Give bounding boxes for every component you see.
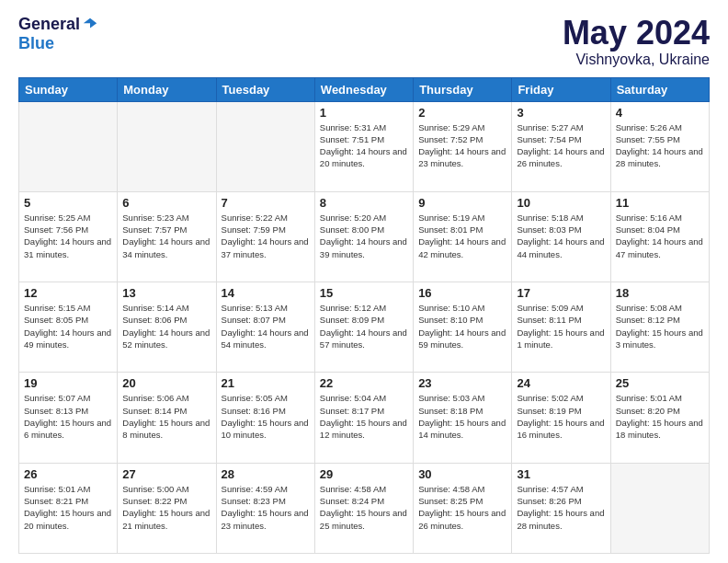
calendar-cell: 23Sunrise: 5:03 AM Sunset: 8:18 PM Dayli… (414, 373, 512, 463)
day-number: 4 (616, 106, 704, 120)
day-number: 18 (616, 286, 704, 300)
week-row-3: 19Sunrise: 5:07 AM Sunset: 8:13 PM Dayli… (19, 373, 710, 463)
svg-marker-0 (84, 17, 97, 28)
day-info: Sunrise: 4:58 AM Sunset: 8:24 PM Dayligh… (320, 483, 408, 532)
calendar-cell: 6Sunrise: 5:23 AM Sunset: 7:57 PM Daylig… (118, 191, 216, 282)
calendar-cell: 18Sunrise: 5:08 AM Sunset: 8:12 PM Dayli… (610, 282, 709, 373)
day-number: 6 (122, 196, 210, 210)
day-info: Sunrise: 5:31 AM Sunset: 7:51 PM Dayligh… (320, 121, 408, 170)
calendar-cell (610, 463, 709, 553)
day-number: 9 (418, 196, 506, 210)
calendar-cell: 7Sunrise: 5:22 AM Sunset: 7:59 PM Daylig… (216, 191, 314, 282)
day-number: 13 (122, 286, 210, 300)
calendar-cell: 29Sunrise: 4:58 AM Sunset: 8:24 PM Dayli… (314, 463, 413, 553)
day-info: Sunrise: 5:01 AM Sunset: 8:20 PM Dayligh… (616, 392, 704, 441)
day-number: 3 (517, 106, 605, 120)
day-info: Sunrise: 5:13 AM Sunset: 8:07 PM Dayligh… (222, 302, 310, 350)
calendar-body: 1Sunrise: 5:31 AM Sunset: 7:51 PM Daylig… (19, 101, 710, 553)
calendar-cell: 31Sunrise: 4:57 AM Sunset: 8:26 PM Dayli… (512, 463, 610, 553)
day-number: 15 (320, 286, 408, 300)
day-number: 14 (222, 286, 310, 300)
day-info: Sunrise: 5:27 AM Sunset: 7:54 PM Dayligh… (517, 121, 605, 170)
day-info: Sunrise: 5:20 AM Sunset: 8:00 PM Dayligh… (320, 212, 408, 260)
day-number: 19 (24, 376, 112, 390)
page: General Blue May 2024 Vishnyovka, Ukrain… (0, 0, 728, 563)
day-info: Sunrise: 4:59 AM Sunset: 8:23 PM Dayligh… (222, 483, 310, 532)
day-info: Sunrise: 5:04 AM Sunset: 8:17 PM Dayligh… (320, 392, 408, 441)
calendar-cell: 19Sunrise: 5:07 AM Sunset: 8:13 PM Dayli… (19, 373, 118, 463)
day-info: Sunrise: 5:19 AM Sunset: 8:01 PM Dayligh… (418, 212, 506, 260)
day-number: 30 (418, 467, 506, 481)
week-row-0: 1Sunrise: 5:31 AM Sunset: 7:51 PM Daylig… (19, 101, 710, 191)
logo-general: General (18, 15, 80, 34)
day-info: Sunrise: 4:58 AM Sunset: 8:25 PM Dayligh… (418, 483, 506, 532)
day-number: 17 (517, 286, 605, 300)
header-saturday: Saturday (610, 77, 709, 101)
calendar-cell: 24Sunrise: 5:02 AM Sunset: 8:19 PM Dayli… (512, 373, 610, 463)
day-number: 12 (24, 286, 112, 300)
day-info: Sunrise: 5:16 AM Sunset: 8:04 PM Dayligh… (616, 212, 704, 260)
day-info: Sunrise: 5:23 AM Sunset: 7:57 PM Dayligh… (122, 212, 210, 260)
calendar-cell: 27Sunrise: 5:00 AM Sunset: 8:22 PM Dayli… (118, 463, 216, 553)
calendar-cell: 16Sunrise: 5:10 AM Sunset: 8:10 PM Dayli… (414, 282, 512, 373)
day-info: Sunrise: 5:14 AM Sunset: 8:06 PM Dayligh… (122, 302, 210, 350)
calendar-header-row: Sunday Monday Tuesday Wednesday Thursday… (19, 77, 710, 101)
calendar-cell: 25Sunrise: 5:01 AM Sunset: 8:20 PM Dayli… (610, 373, 709, 463)
day-number: 8 (320, 196, 408, 210)
week-row-1: 5Sunrise: 5:25 AM Sunset: 7:56 PM Daylig… (19, 191, 710, 282)
header: General Blue May 2024 Vishnyovka, Ukrain… (18, 15, 710, 68)
day-info: Sunrise: 5:26 AM Sunset: 7:55 PM Dayligh… (616, 121, 704, 170)
month-title: May 2024 (563, 15, 710, 52)
calendar-cell: 14Sunrise: 5:13 AM Sunset: 8:07 PM Dayli… (216, 282, 314, 373)
day-info: Sunrise: 5:09 AM Sunset: 8:11 PM Dayligh… (517, 302, 605, 350)
header-friday: Friday (512, 77, 610, 101)
day-number: 2 (418, 106, 506, 120)
day-info: Sunrise: 5:29 AM Sunset: 7:52 PM Dayligh… (418, 121, 506, 170)
day-info: Sunrise: 5:03 AM Sunset: 8:18 PM Dayligh… (418, 392, 506, 441)
location-title: Vishnyovka, Ukraine (563, 52, 710, 68)
day-number: 26 (24, 467, 112, 481)
day-number: 31 (517, 467, 605, 481)
header-wednesday: Wednesday (314, 77, 413, 101)
day-number: 1 (320, 106, 408, 120)
day-info: Sunrise: 5:01 AM Sunset: 8:21 PM Dayligh… (24, 483, 112, 532)
day-number: 11 (616, 196, 704, 210)
calendar-cell: 9Sunrise: 5:19 AM Sunset: 8:01 PM Daylig… (414, 191, 512, 282)
calendar-cell: 11Sunrise: 5:16 AM Sunset: 8:04 PM Dayli… (610, 191, 709, 282)
day-number: 24 (517, 376, 605, 390)
header-monday: Monday (118, 77, 216, 101)
calendar-cell (19, 101, 118, 191)
calendar-cell: 21Sunrise: 5:05 AM Sunset: 8:16 PM Dayli… (216, 373, 314, 463)
calendar-cell (118, 101, 216, 191)
day-info: Sunrise: 5:15 AM Sunset: 8:05 PM Dayligh… (24, 302, 112, 350)
day-info: Sunrise: 5:08 AM Sunset: 8:12 PM Dayligh… (616, 302, 704, 350)
calendar-cell: 20Sunrise: 5:06 AM Sunset: 8:14 PM Dayli… (118, 373, 216, 463)
calendar-cell: 22Sunrise: 5:04 AM Sunset: 8:17 PM Dayli… (314, 373, 413, 463)
calendar-cell: 8Sunrise: 5:20 AM Sunset: 8:00 PM Daylig… (314, 191, 413, 282)
calendar-cell: 17Sunrise: 5:09 AM Sunset: 8:11 PM Dayli… (512, 282, 610, 373)
day-info: Sunrise: 5:22 AM Sunset: 7:59 PM Dayligh… (222, 212, 310, 260)
day-number: 16 (418, 286, 506, 300)
calendar-table: Sunday Monday Tuesday Wednesday Thursday… (18, 77, 710, 554)
day-number: 22 (320, 376, 408, 390)
logo-blue-text: Blue (18, 34, 54, 53)
calendar-cell: 1Sunrise: 5:31 AM Sunset: 7:51 PM Daylig… (314, 101, 413, 191)
day-number: 23 (418, 376, 506, 390)
day-info: Sunrise: 5:25 AM Sunset: 7:56 PM Dayligh… (24, 212, 112, 260)
day-number: 28 (222, 467, 310, 481)
calendar-cell: 4Sunrise: 5:26 AM Sunset: 7:55 PM Daylig… (610, 101, 709, 191)
day-number: 5 (24, 196, 112, 210)
calendar-cell: 10Sunrise: 5:18 AM Sunset: 8:03 PM Dayli… (512, 191, 610, 282)
day-number: 7 (222, 196, 310, 210)
week-row-4: 26Sunrise: 5:01 AM Sunset: 8:21 PM Dayli… (19, 463, 710, 553)
calendar-cell: 12Sunrise: 5:15 AM Sunset: 8:05 PM Dayli… (19, 282, 118, 373)
logo: General Blue (18, 15, 98, 53)
logo-flag-icon (82, 17, 98, 33)
calendar-cell: 13Sunrise: 5:14 AM Sunset: 8:06 PM Dayli… (118, 282, 216, 373)
day-info: Sunrise: 5:18 AM Sunset: 8:03 PM Dayligh… (517, 212, 605, 260)
day-info: Sunrise: 5:00 AM Sunset: 8:22 PM Dayligh… (122, 483, 210, 532)
day-number: 25 (616, 376, 704, 390)
calendar-cell: 30Sunrise: 4:58 AM Sunset: 8:25 PM Dayli… (414, 463, 512, 553)
calendar-cell: 5Sunrise: 5:25 AM Sunset: 7:56 PM Daylig… (19, 191, 118, 282)
day-number: 29 (320, 467, 408, 481)
